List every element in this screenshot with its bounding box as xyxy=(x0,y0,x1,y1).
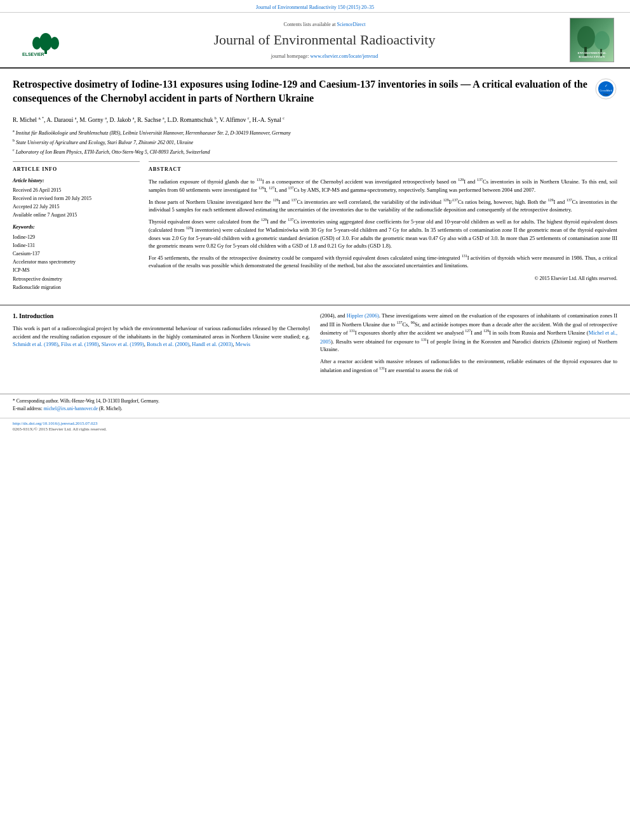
article-info-title: ARTICLE INFO xyxy=(13,166,140,173)
keywords-title: Keywords: xyxy=(13,223,140,230)
ref-botsch[interactable]: Botsch et al. (2000) xyxy=(147,341,189,347)
elsevier-logo-area: ELSEVIER xyxy=(13,24,83,56)
ref-schmidt[interactable]: Schmidt et al. (1998) xyxy=(13,341,58,347)
main-content: Retrospective dosimetry of Iodine-131 ex… xyxy=(0,69,630,298)
affiliation-c: c Laboratory of Ion Beam Physics, ETH-Zu… xyxy=(13,147,617,156)
section1-title: Introduction xyxy=(19,312,53,319)
svg-text:ELSEVIER: ELSEVIER xyxy=(22,52,44,56)
revised-date: Received in revised form 20 July 2015 xyxy=(13,195,140,202)
section1-right-text: (2004), and Hippler (2006). These invest… xyxy=(320,312,617,375)
sciencedirect-line: Contents lists available at ScienceDirec… xyxy=(83,21,566,28)
ref-slavov[interactable]: Slavov et al. (1999) xyxy=(102,341,144,347)
abstract-section: ABSTRACT The radiation exposure of thyro… xyxy=(149,161,617,281)
svg-point-7 xyxy=(594,31,610,50)
ref-handl[interactable]: Handl et al. (2003) xyxy=(192,341,232,347)
body-col-left: 1. Introduction This work is part of a r… xyxy=(13,312,310,378)
article-info-box: ARTICLE INFO Article history: Received 2… xyxy=(13,161,140,291)
footnote-section: * Corresponding author. Wilh.-Henze-Weg … xyxy=(0,394,630,413)
footnote-email: E-mail address: michel@irs.uni-hannover.… xyxy=(13,406,617,413)
journal-header-center: Contents lists available at ScienceDirec… xyxy=(83,21,566,60)
svg-point-3 xyxy=(50,37,59,50)
journal-header: ELSEVIER Contents lists available at Sci… xyxy=(0,13,630,69)
crossmark-icon: ✓ CrossMark CHat xyxy=(594,77,617,100)
svg-text:✓: ✓ xyxy=(605,84,608,88)
section1-heading: 1. Introduction xyxy=(13,312,310,321)
section1-left-text: This work is part of a radioecological p… xyxy=(13,324,310,349)
svg-point-1 xyxy=(39,33,52,51)
ref-filss[interactable]: Filss et al. (1998) xyxy=(61,341,99,347)
copyright-line: © 2015 Elsevier Ltd. All rights reserved… xyxy=(149,275,617,282)
svg-text:CrossMark: CrossMark xyxy=(600,89,612,92)
body-col-right: (2004), and Hippler (2006). These invest… xyxy=(320,312,617,378)
svg-text:CHat: CHat xyxy=(603,93,608,96)
received-date: Received 26 April 2015 xyxy=(13,187,140,194)
body-content: 1. Introduction This work is part of a r… xyxy=(0,312,630,391)
article-title-section: Retrospective dosimetry of Iodine-131 ex… xyxy=(13,77,617,110)
journal-homepage-link[interactable]: www.elsevier.com/locate/jenvrad xyxy=(311,53,379,59)
cover-label: ENVIRONMENTAL RADIOACTIVITY xyxy=(572,51,612,59)
journal-citation: Journal of Environmental Radioactivity 1… xyxy=(256,4,374,10)
keyword-1: Iodine-129 xyxy=(13,234,140,241)
authors-section: R. Michel a, *, A. Daraoui a, M. Gorny a… xyxy=(13,115,617,124)
ref-mewis[interactable]: Mewis xyxy=(236,341,250,347)
abstract-p1: The radiation exposure of thyroid glands… xyxy=(149,177,617,194)
accepted-date: Accepted 22 July 2015 xyxy=(13,203,140,210)
sciencedirect-link[interactable]: ScienceDirect xyxy=(337,22,366,27)
affiliation-b: b State University of Agriculture and Ec… xyxy=(13,138,617,146)
keyword-5: ICP-MS xyxy=(13,267,140,274)
available-date: Available online 7 August 2015 xyxy=(13,211,140,218)
abstract-p3: Thyroid equivalent doses were calculated… xyxy=(149,217,617,250)
keyword-4: Accelerator mass spectrometry xyxy=(13,258,140,265)
keywords-section: Keywords: Iodine-129 Iodine-131 Caesium-… xyxy=(13,223,140,291)
footnote-email-link[interactable]: michel@irs.uni-hannover.de xyxy=(44,406,98,411)
keyword-7: Radionuclide migration xyxy=(13,284,140,291)
intro-p1-left: This work is part of a radioecological p… xyxy=(13,324,310,349)
article-info-column: ARTICLE INFO Article history: Received 2… xyxy=(13,161,140,292)
section-divider xyxy=(0,305,630,305)
page: Journal of Environmental Radioactivity 1… xyxy=(0,0,630,840)
svg-point-2 xyxy=(32,37,41,50)
keyword-2: Iodine-131 xyxy=(13,242,140,249)
issn-line: 0265-931X/© 2015 Elsevier Ltd. All right… xyxy=(13,427,617,433)
abstract-p2: In those parts of Northern Ukraine inves… xyxy=(149,197,617,213)
article-title: Retrospective dosimetry of Iodine-131 ex… xyxy=(13,77,588,105)
affiliation-a: a Institut für Radioökologie und Strahle… xyxy=(13,128,617,137)
intro-p2-right: After a reactor accident with massive re… xyxy=(320,357,617,374)
abstract-column: ABSTRACT The radiation exposure of thyro… xyxy=(149,161,617,292)
keyword-6: Retrospective dosimetry xyxy=(13,276,140,283)
footnote-corresponding: * Corresponding author. Wilh.-Henze-Weg … xyxy=(13,398,617,405)
footer-bar: http://dx.doi.org/10.1016/j.jenvrad.2015… xyxy=(0,418,630,436)
elsevier-logo-icon: ELSEVIER xyxy=(19,24,76,56)
section1-number: 1. xyxy=(13,312,18,319)
affiliations-section: a Institut für Radioökologie und Strahle… xyxy=(13,128,617,156)
svg-point-6 xyxy=(577,26,595,49)
abstract-text: The radiation exposure of thyroid glands… xyxy=(149,177,617,270)
journal-homepage: journal homepage: www.elsevier.com/locat… xyxy=(83,53,566,60)
abstract-p4: For 45 settlements, the results of the r… xyxy=(149,253,617,269)
journal-cover-image: ENVIRONMENTAL RADIOACTIVITY xyxy=(570,18,614,62)
journal-cover-thumbnail: ENVIRONMENTAL RADIOACTIVITY xyxy=(566,18,617,62)
ref-hippler[interactable]: Hippler (2006) xyxy=(347,312,379,319)
doi-link[interactable]: http://dx.doi.org/10.1016/j.jenvrad.2015… xyxy=(13,421,617,427)
article-history-title: Article history: xyxy=(13,177,140,184)
intro-p1-right: (2004), and Hippler (2006). These invest… xyxy=(320,312,617,354)
abstract-title: ABSTRACT xyxy=(149,166,617,173)
journal-top-bar: Journal of Environmental Radioactivity 1… xyxy=(0,0,630,13)
article-info-abstract-layout: ARTICLE INFO Article history: Received 2… xyxy=(13,161,617,292)
keyword-3: Caesium-137 xyxy=(13,250,140,257)
journal-title: Journal of Environmental Radioactivity xyxy=(83,30,566,50)
authors-text: R. Michel a, *, A. Daraoui a, M. Gorny a… xyxy=(13,117,285,123)
crossmark-badge: ✓ CrossMark CHat xyxy=(594,77,617,103)
